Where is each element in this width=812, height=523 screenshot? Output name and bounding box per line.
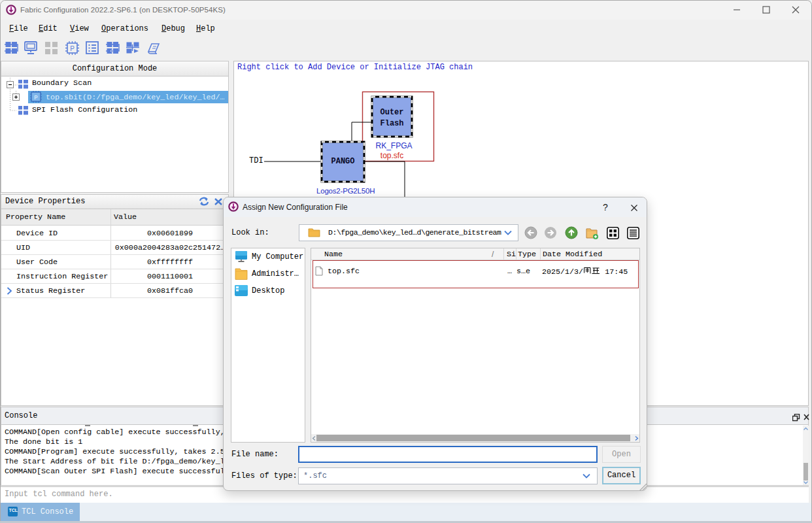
svg-text:P: P <box>70 45 75 52</box>
svg-text:P: P <box>34 95 37 101</box>
